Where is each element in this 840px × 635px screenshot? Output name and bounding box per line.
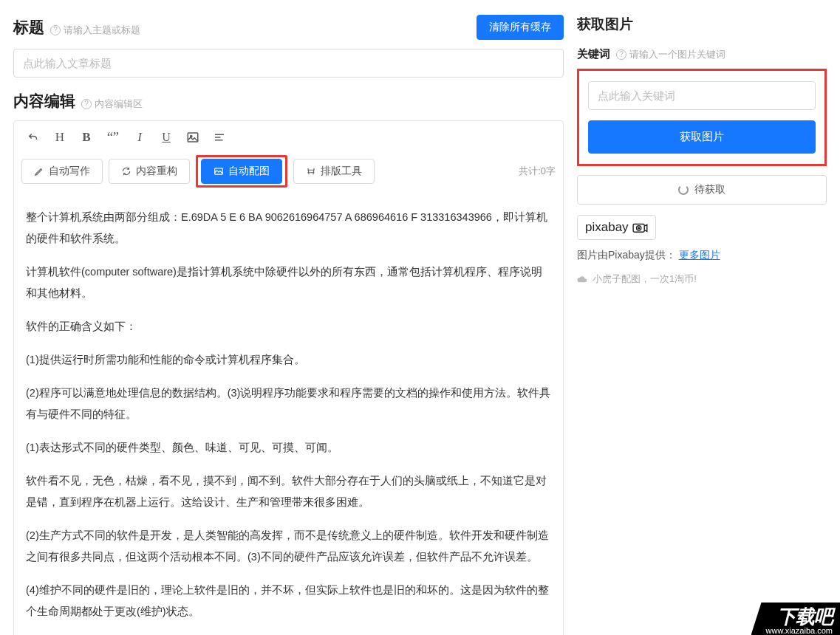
paragraph: 计算机软件(computer software)是指计算机系统中除硬件以外的所有… bbox=[26, 261, 551, 304]
image-icon[interactable] bbox=[181, 127, 205, 148]
content-hint-text: 内容编辑区 bbox=[95, 97, 143, 111]
paragraph: 软件的正确含义如下： bbox=[26, 316, 551, 337]
auto-image-button[interactable]: 自动配图 bbox=[201, 159, 282, 184]
layout-icon bbox=[306, 166, 316, 176]
content-section-header: 内容编辑 ? 内容编辑区 bbox=[13, 91, 564, 111]
cloud-icon bbox=[577, 274, 588, 285]
title-label: 标题 bbox=[13, 17, 44, 38]
auto-write-button[interactable]: 自动写作 bbox=[21, 159, 103, 184]
title-section-header: 标题 ? 请输入主题或标题 清除所有缓存 bbox=[13, 15, 564, 40]
footer-note-text: 小虎子配图，一次1淘币! bbox=[593, 272, 697, 286]
more-images-link[interactable]: 更多图片 bbox=[679, 249, 720, 261]
underline-icon[interactable]: U bbox=[154, 127, 178, 148]
pixabay-text: pixabay bbox=[585, 220, 629, 235]
word-count: 共计:0字 bbox=[519, 165, 556, 178]
refresh-icon bbox=[121, 166, 132, 176]
image-panel-title: 获取图片 bbox=[577, 15, 827, 34]
editor-toolbar: H B “” I U 自动写作 内容重构 bbox=[13, 120, 564, 193]
paragraph: (1)表达形式不同的硬件类型、颜色、味道、可见、可摸、可闻。 bbox=[26, 437, 551, 459]
pending-status: 待获取 bbox=[577, 175, 827, 205]
footer-note: 小虎子配图，一次1淘币! bbox=[577, 272, 827, 286]
restructure-button[interactable]: 内容重构 bbox=[109, 159, 190, 184]
info-icon: ? bbox=[616, 49, 626, 60]
article-title-input[interactable] bbox=[13, 49, 564, 78]
spinner-icon bbox=[678, 185, 689, 195]
svg-point-8 bbox=[638, 227, 639, 229]
quote-icon[interactable]: “” bbox=[101, 127, 125, 148]
title-hint: ? 请输入主题或标题 bbox=[50, 24, 140, 37]
title-hint-text: 请输入主题或标题 bbox=[64, 24, 140, 37]
layout-tool-button[interactable]: 排版工具 bbox=[293, 159, 375, 184]
paragraph: (2)生产方式不同的软件是开发，是人类智能的高发挥，而不是传统意义上的硬件制造。… bbox=[26, 525, 551, 568]
fetch-image-button[interactable]: 获取图片 bbox=[588, 120, 816, 154]
auto-write-label: 自动写作 bbox=[49, 165, 90, 178]
title-header-left: 标题 ? 请输入主题或标题 bbox=[13, 17, 140, 38]
italic-icon[interactable]: I bbox=[128, 127, 151, 148]
main-column: 标题 ? 请输入主题或标题 清除所有缓存 内容编辑 ? 内容编辑区 H B “”… bbox=[0, 0, 577, 635]
heading-icon[interactable]: H bbox=[48, 127, 72, 148]
provided-text: 图片由Pixabay提供： bbox=[577, 249, 676, 261]
format-toolbar-row: H B “” I U bbox=[21, 127, 556, 148]
keyword-input[interactable] bbox=[588, 81, 816, 110]
clear-cache-button[interactable]: 清除所有缓存 bbox=[477, 15, 564, 40]
pencil-icon bbox=[34, 166, 44, 176]
undo-icon[interactable] bbox=[21, 127, 45, 148]
content-label: 内容编辑 bbox=[13, 91, 75, 111]
content-hint: ? 内容编辑区 bbox=[81, 97, 143, 111]
paragraph: 整个计算机系统由两部分组成：E.69DA 5 E 6 BA 9062616964… bbox=[26, 207, 551, 250]
align-icon[interactable] bbox=[208, 127, 231, 148]
watermark-small: www.xiazaiba.com bbox=[766, 626, 833, 635]
keyword-highlight-box: 获取图片 bbox=[577, 69, 827, 166]
auto-image-highlight: 自动配图 bbox=[196, 155, 287, 188]
watermark-big: 下载吧 bbox=[766, 607, 833, 626]
camera-icon bbox=[632, 222, 648, 233]
editor-body[interactable]: 整个计算机系统由两部分组成：E.69DA 5 E 6 BA 9062616964… bbox=[13, 193, 564, 635]
auto-image-label: 自动配图 bbox=[228, 165, 270, 178]
keyword-row: 关键词 ? 请输入一个图片关键词 bbox=[577, 47, 827, 61]
content-header-left: 内容编辑 ? 内容编辑区 bbox=[13, 91, 143, 111]
image-match-icon bbox=[214, 166, 224, 176]
paragraph: (1)提供运行时所需功能和性能的命令或计算机程序集合。 bbox=[26, 349, 551, 371]
pixabay-logo: pixabay bbox=[577, 215, 656, 240]
keyword-hint: ? 请输入一个图片关键词 bbox=[616, 48, 725, 61]
info-icon: ? bbox=[50, 25, 61, 35]
image-panel: 获取图片 关键词 ? 请输入一个图片关键词 获取图片 待获取 pixabay 图… bbox=[577, 0, 840, 635]
bold-icon[interactable]: B bbox=[75, 127, 98, 148]
provided-by: 图片由Pixabay提供： 更多图片 bbox=[577, 249, 827, 262]
pending-label: 待获取 bbox=[694, 183, 725, 196]
paragraph: (4)维护不同的硬件是旧的，理论上软件是旧的，并不坏，但实际上软件也是旧的和坏的… bbox=[26, 580, 551, 622]
restructure-label: 内容重构 bbox=[136, 165, 177, 178]
keyword-label: 关键词 bbox=[577, 47, 610, 61]
keyword-hint-text: 请输入一个图片关键词 bbox=[629, 48, 725, 61]
paragraph: (2)程序可以满意地处理信息的数据结构。(3)说明程序功能要求和程序需要的文档的… bbox=[26, 382, 551, 425]
action-toolbar-row: 自动写作 内容重构 自动配图 排版工具 共计:0字 bbox=[21, 155, 556, 188]
paragraph: 软件看不见，无色，枯燥，看不见，摸不到，闻不到。软件大部分存在于人们的头脑或纸上… bbox=[26, 470, 551, 513]
layout-tool-label: 排版工具 bbox=[321, 165, 362, 178]
info-icon: ? bbox=[81, 99, 92, 109]
watermark: 下载吧 www.xiazaiba.com bbox=[751, 603, 840, 635]
